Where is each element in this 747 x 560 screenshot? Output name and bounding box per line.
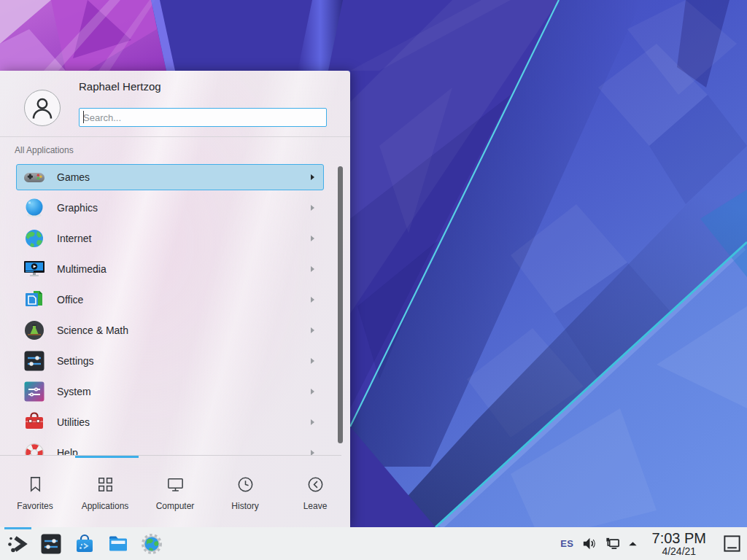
clock-date: 4/24/21 — [652, 546, 706, 557]
games-icon — [23, 166, 46, 189]
tab-computer[interactable]: Computer — [140, 458, 210, 527]
taskbar-launchers — [0, 532, 163, 556]
monitor-icon — [166, 475, 185, 494]
system-settings-button[interactable] — [39, 532, 63, 556]
category-utilities[interactable]: Utilities — [16, 409, 324, 435]
internet-globe-icon — [23, 227, 46, 250]
category-label: Multimedia — [57, 263, 107, 275]
chevron-right-icon — [308, 265, 317, 273]
utilities-toolbox-icon — [23, 411, 46, 434]
tab-history[interactable]: History — [210, 458, 280, 527]
discover-bag-icon — [73, 532, 96, 556]
category-system[interactable]: System — [16, 378, 324, 405]
category-internet[interactable]: Internet — [16, 225, 324, 252]
application-launcher-popup: Raphael Hertzog All Applications Games — [0, 71, 350, 527]
category-label: Internet — [57, 233, 91, 244]
kde-menu-icon — [6, 532, 29, 556]
category-label: Settings — [57, 355, 94, 367]
list-scrollbar[interactable] — [338, 166, 343, 443]
tab-label: Applications — [82, 501, 129, 511]
digital-clock[interactable]: 7:03 PM 4/24/21 — [652, 531, 706, 556]
user-name: Raphael Hertzog — [79, 80, 161, 93]
category-list: Games Graphics — [0, 159, 350, 455]
chevron-right-icon — [308, 173, 317, 182]
category-office[interactable]: Office — [16, 287, 324, 313]
tab-label: Computer — [156, 501, 195, 511]
system-icon — [23, 380, 46, 403]
tab-applications[interactable]: Applications — [70, 458, 140, 527]
chevron-right-icon — [308, 448, 317, 455]
chevron-right-icon — [308, 234, 317, 243]
show-desktop-button[interactable] — [722, 534, 742, 553]
clock-time: 7:03 PM — [652, 531, 706, 546]
tab-label: History — [231, 501, 258, 511]
category-science-math[interactable]: Science & Math — [16, 317, 324, 343]
user-icon — [25, 90, 60, 125]
category-settings[interactable]: Settings — [16, 348, 324, 374]
tab-label: Favorites — [17, 501, 53, 511]
category-help[interactable]: Help — [16, 440, 324, 455]
chevron-right-icon — [308, 357, 317, 365]
category-graphics[interactable]: Graphics — [16, 195, 324, 221]
tab-favorites[interactable]: Favorites — [0, 458, 70, 527]
text-cursor — [83, 111, 84, 123]
graphics-icon — [23, 196, 46, 219]
launcher-tabbar: Favorites Applications Computer Hist — [0, 458, 350, 527]
search-input[interactable] — [79, 108, 327, 127]
category-multimedia[interactable]: Multimedia — [16, 256, 324, 282]
taskbar-panel: ES 7:03 PM 4/ — [0, 527, 747, 560]
file-manager-button[interactable] — [107, 532, 130, 556]
category-label: Science & Math — [57, 324, 128, 336]
clock-icon — [236, 475, 255, 494]
category-label: Office — [57, 294, 83, 306]
keyboard-layout-indicator[interactable]: ES — [560, 538, 573, 549]
web-browser-button[interactable] — [140, 532, 163, 556]
browser-globe-gear-icon — [140, 532, 163, 556]
system-settings-icon — [39, 532, 63, 556]
user-avatar[interactable] — [24, 90, 61, 126]
settings-sliders-icon — [23, 349, 46, 373]
tab-leave[interactable]: Leave — [280, 458, 350, 527]
chevron-right-icon — [308, 387, 317, 396]
show-desktop-icon — [722, 534, 742, 553]
tab-label: Leave — [303, 501, 328, 511]
category-games[interactable]: Games — [16, 164, 324, 190]
grid-icon — [96, 475, 115, 494]
help-lifering-icon — [23, 441, 46, 455]
desktop: Raphael Hertzog All Applications Games — [0, 0, 747, 560]
chevron-right-icon — [308, 295, 317, 304]
office-icon — [23, 288, 46, 311]
section-label: All Applications — [15, 145, 74, 155]
multimedia-icon — [23, 257, 46, 281]
system-tray: ES 7:03 PM 4/ — [560, 531, 747, 556]
bookmark-icon — [26, 475, 45, 494]
chevron-right-icon — [308, 326, 317, 335]
category-label: Utilities — [57, 416, 90, 428]
category-label: Games — [57, 171, 90, 183]
expand-tray-caret-icon[interactable] — [627, 538, 638, 549]
application-launcher-button[interactable] — [6, 532, 29, 556]
leave-icon — [306, 475, 325, 494]
launcher-header: Raphael Hertzog — [0, 71, 350, 137]
science-flask-icon — [23, 319, 46, 342]
folder-icon — [107, 532, 130, 556]
discover-button[interactable] — [73, 532, 96, 556]
category-label: Help — [57, 447, 78, 455]
volume-icon[interactable] — [581, 535, 597, 552]
network-icon[interactable] — [604, 535, 621, 552]
tabbar-divider — [0, 455, 341, 456]
category-label: System — [57, 386, 91, 397]
chevron-right-icon — [308, 418, 317, 427]
chevron-right-icon — [308, 203, 317, 212]
category-label: Graphics — [57, 202, 98, 214]
